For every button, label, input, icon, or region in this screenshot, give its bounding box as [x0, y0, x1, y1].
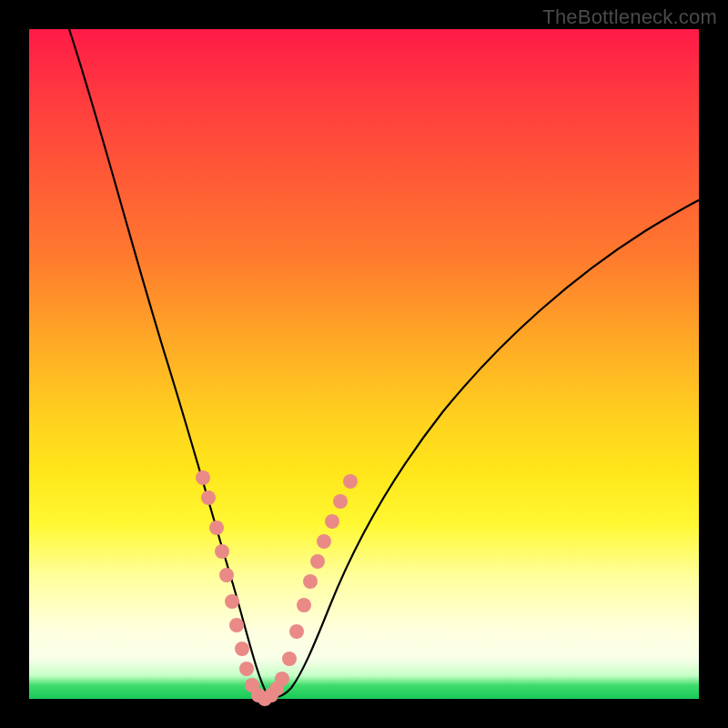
bottleneck-curve-svg [29, 29, 699, 699]
curve-marker [303, 574, 318, 589]
curve-marker [289, 624, 304, 639]
curve-marker [333, 494, 348, 509]
curve-marker [201, 490, 216, 505]
curve-marker [317, 534, 331, 549]
curve-marker [310, 554, 325, 569]
curve-left-arm [69, 29, 268, 695]
curve-marker [325, 514, 339, 529]
curve-marker [235, 642, 249, 656]
curve-marker [215, 544, 229, 559]
curve-marker [196, 470, 210, 485]
curve-marker [343, 474, 358, 489]
curve-marker [225, 594, 239, 609]
outer-frame: TheBottleneck.com [0, 0, 728, 728]
curve-marker [275, 672, 289, 686]
curve-marker [209, 521, 224, 535]
curve-marker [229, 618, 244, 632]
curve-marker [297, 598, 311, 612]
curve-marker [219, 568, 234, 582]
plot-area [29, 29, 699, 699]
curve-markers [196, 470, 358, 706]
watermark-text: TheBottleneck.com [542, 5, 717, 29]
curve-right-arm [268, 200, 699, 697]
curve-marker [239, 662, 254, 676]
curve-marker [282, 652, 297, 666]
